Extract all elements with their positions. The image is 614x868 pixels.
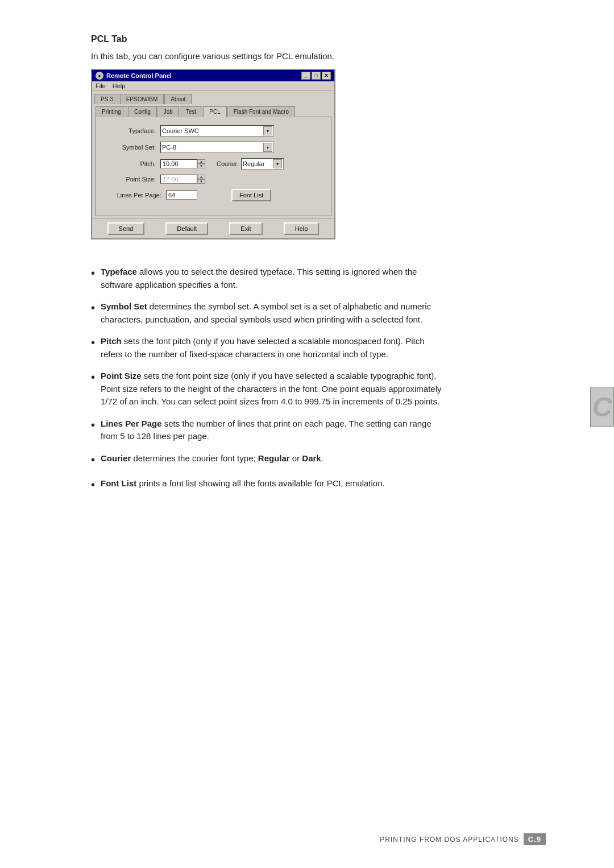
- point-size-up[interactable]: ▲: [197, 175, 205, 179]
- point-size-row: Point Size: 12.00 ▲ ▼: [105, 175, 322, 184]
- term-lines-per-page: Lines Per Page: [101, 419, 162, 428]
- tab-epson[interactable]: EPSON/IBM: [120, 94, 164, 104]
- bullet-dot-3: •: [91, 334, 95, 351]
- bullet-pitch: • Pitch sets the font pitch (only if you…: [91, 335, 443, 361]
- term-courier: Courier: [101, 453, 131, 463]
- lines-per-page-row: Lines Per Page: 64 Font List: [105, 189, 322, 201]
- tab-ps3[interactable]: PS 3: [94, 94, 119, 104]
- courier-select[interactable]: Regular ▼: [241, 158, 284, 170]
- point-size-down[interactable]: ▼: [197, 179, 205, 184]
- tab-printing[interactable]: Printing: [96, 106, 127, 117]
- tab-config[interactable]: Config: [128, 106, 157, 117]
- menu-help[interactable]: Help: [113, 82, 126, 89]
- page-footer: Printing From DOS Applications C.9: [380, 833, 546, 845]
- symbol-set-value: PC-8: [162, 144, 176, 151]
- bullet-dot-1: •: [91, 264, 95, 282]
- term-symbol-set: Symbol Set: [101, 301, 147, 311]
- intro-text: In this tab, you can configure various s…: [91, 51, 443, 61]
- courier-label: Courier:: [217, 160, 239, 167]
- exit-button[interactable]: Exit: [229, 222, 262, 235]
- tab-pcl[interactable]: PCL: [203, 106, 226, 117]
- bullet-point-size: • Point Size sets the font point size (o…: [91, 370, 443, 408]
- symbol-set-label: Symbol Set:: [105, 144, 156, 151]
- default-button[interactable]: Default: [165, 222, 208, 235]
- footer-badge: C.9: [524, 833, 546, 845]
- typeface-row: Typeface: Courier SWC ▼: [105, 125, 322, 137]
- typeface-select[interactable]: Courier SWC ▼: [160, 125, 274, 137]
- point-size-input[interactable]: 12.00: [160, 175, 197, 184]
- bullet-typeface: • Typeface allows you to select the desi…: [91, 266, 443, 291]
- symbol-set-select[interactable]: PC-8 ▼: [160, 142, 274, 153]
- term-typeface: Typeface: [101, 267, 137, 276]
- close-button[interactable]: ✕: [322, 72, 331, 80]
- pitch-value: 10.00: [163, 160, 179, 167]
- symbol-set-row: Symbol Set: PC-8 ▼: [105, 142, 322, 153]
- dialog-window: ● Remote Control Panel _ □ ✕ File Help P…: [91, 69, 335, 239]
- lines-per-page-value: 64: [168, 192, 175, 199]
- lines-per-page-label: Lines Per Page:: [105, 192, 161, 199]
- tab-flash[interactable]: Flash Font and Macro: [227, 106, 295, 117]
- help-button[interactable]: Help: [284, 222, 320, 235]
- bullet-dot-6: •: [91, 451, 95, 468]
- term-dark: Dark: [302, 453, 321, 463]
- pitch-row: Pitch: 10.00 ▲ ▼ Courier: Regular ▼: [105, 158, 322, 170]
- bullet-dot-2: •: [91, 299, 95, 316]
- footer-label: Printing From DOS Applications: [380, 836, 518, 844]
- pitch-spinner[interactable]: ▲ ▼: [197, 159, 205, 168]
- minimize-button[interactable]: _: [301, 72, 310, 80]
- send-button[interactable]: Send: [107, 222, 145, 235]
- point-size-spinner[interactable]: ▲ ▼: [197, 175, 205, 184]
- term-pitch: Pitch: [101, 336, 122, 346]
- tab-test[interactable]: Test: [180, 106, 202, 117]
- dialog-titlebar: ● Remote Control Panel _ □ ✕: [92, 70, 334, 81]
- side-tab-c: C: [590, 387, 614, 427]
- dialog-bottom-bar: Send Default Exit Help: [92, 218, 334, 238]
- bullet-courier: • Courier determines the courier font ty…: [91, 452, 443, 468]
- pitch-input[interactable]: 10.00: [160, 159, 197, 168]
- tab-about[interactable]: About: [164, 94, 192, 104]
- pitch-label: Pitch:: [105, 160, 156, 167]
- pitch-down[interactable]: ▼: [197, 164, 205, 168]
- typeface-dropdown-arrow[interactable]: ▼: [263, 126, 272, 135]
- bullet-list: • Typeface allows you to select the desi…: [91, 266, 443, 493]
- pcl-tab-content: Typeface: Courier SWC ▼ Symbol Set: PC-8…: [95, 117, 331, 216]
- tabs-bottom-row: Printing Config Job Test PCL Flash Font …: [92, 104, 334, 117]
- bullet-dot-5: •: [91, 416, 95, 433]
- font-list-button[interactable]: Font List: [231, 189, 271, 201]
- bullet-dot-4: •: [91, 369, 95, 386]
- symbol-set-dropdown-arrow[interactable]: ▼: [263, 143, 272, 152]
- bullet-dot-7: •: [91, 476, 95, 493]
- tab-job[interactable]: Job: [157, 106, 179, 117]
- app-icon: ●: [96, 72, 103, 80]
- maximize-button[interactable]: □: [312, 72, 321, 80]
- bullet-lines-per-page: • Lines Per Page sets the number of line…: [91, 418, 443, 443]
- typeface-label: Typeface:: [105, 127, 156, 134]
- point-size-value: 12.00: [163, 176, 179, 183]
- courier-dropdown-arrow[interactable]: ▼: [273, 159, 282, 168]
- courier-value: Regular: [243, 160, 265, 167]
- menu-file[interactable]: File: [96, 82, 106, 89]
- tabs-top-row: PS 3 EPSON/IBM About: [92, 91, 334, 104]
- typeface-value: Courier SWC: [162, 127, 199, 134]
- menu-bar: File Help: [92, 81, 334, 91]
- term-regular: Regular: [258, 453, 290, 463]
- pitch-up[interactable]: ▲: [197, 159, 205, 164]
- section-title: PCL Tab: [91, 34, 443, 44]
- bullet-symbol-set: • Symbol Set determines the symbol set. …: [91, 300, 443, 326]
- bullet-font-list: • Font List prints a font list showing a…: [91, 477, 443, 493]
- term-point-size: Point Size: [101, 371, 142, 381]
- term-font-list: Font List: [101, 478, 136, 488]
- lines-per-page-input[interactable]: 64: [166, 191, 197, 200]
- point-size-label: Point Size:: [105, 176, 156, 183]
- dialog-title: Remote Control Panel: [106, 72, 172, 79]
